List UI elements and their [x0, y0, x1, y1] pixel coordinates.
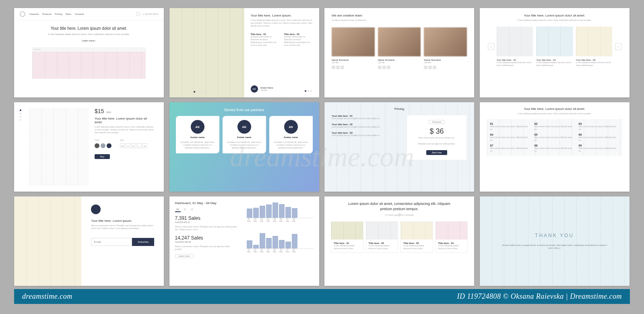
nav-item[interactable]: Contacts [74, 13, 84, 15]
page-title: Your title here. Lorem ipsum dolor sit a… [30, 26, 148, 31]
thankyou-title: THANK YOU [535, 233, 574, 238]
slide-1-landing: Features Products Pricing Team Contacts … [14, 8, 164, 97]
testimonials-title: Stories from our partners [176, 108, 313, 112]
carousel-dot[interactable] [305, 90, 306, 92]
bar [279, 204, 285, 218]
color-swatch[interactable] [101, 143, 105, 148]
thankyou-quote: «Donec facilisis tortor ut augue lacinia… [500, 244, 609, 250]
avatar-name: Avatar name [227, 136, 262, 138]
social-icon[interactable] [382, 66, 386, 69]
avatar-icon: AN [284, 120, 298, 134]
social-icon[interactable] [378, 66, 382, 69]
thumb-dot[interactable] [20, 113, 21, 114]
bar [285, 207, 291, 218]
thumb-dot[interactable] [20, 109, 21, 111]
buy-button[interactable]: Buy [95, 154, 110, 159]
size-option[interactable]: XL [142, 143, 147, 148]
price-note: Nam rutrum tortor nec purus ultrices est… [412, 136, 462, 139]
feature-illustration [169, 8, 244, 97]
gallery-item: Your title here - 03In hac habitasse pla… [576, 27, 613, 67]
email-field[interactable] [91, 238, 132, 246]
page-lead: In hac habitasse platea dictumst rutrum.… [30, 33, 148, 36]
slide-2-feature: Your title here. Lorem ipsum. In hac hab… [169, 8, 319, 97]
gallery-item: Your title here - 01In hac habitasse pla… [497, 27, 533, 67]
size-option[interactable]: M [131, 143, 136, 148]
carousel-dot[interactable] [308, 90, 309, 92]
testimonial-card: AN Avatar name «Curabitur non blandit el… [176, 116, 219, 153]
axis-label: 01 May [246, 218, 252, 222]
axis-label: 06 May [278, 249, 284, 253]
prev-button[interactable]: ‹ [488, 43, 494, 50]
social-icon[interactable] [424, 66, 427, 69]
subscribe-button[interactable]: Subscribe [132, 238, 154, 246]
team-member: Name Surname Job title [424, 27, 467, 70]
axis-label: 08 May [291, 218, 297, 222]
color-swatch[interactable] [107, 143, 111, 148]
feature-item: 01Nam rutrum tortor nec purus. Blandit a… [490, 122, 530, 131]
slide-6-testimonials: Stories from our partners AN Avatar name… [169, 102, 319, 192]
thumb-dot[interactable] [20, 116, 21, 118]
start-free-button[interactable]: Start free [426, 150, 448, 155]
gallery-lead: In hac habitasse platea dictumst rutrum.… [488, 19, 621, 22]
learn-more-button[interactable]: Learn more [175, 254, 194, 258]
social-icon[interactable] [428, 66, 432, 69]
axis-label: 07 May [285, 218, 290, 222]
nav-item[interactable]: Pricing [55, 13, 62, 15]
next-button[interactable]: › [615, 43, 621, 50]
tab[interactable]: 03 [189, 207, 195, 212]
sales-1-body: Mauris a accumsan mauris. Phasellus sed … [175, 225, 237, 231]
member-job: Job title [378, 61, 421, 64]
axis-label: 04 May [265, 249, 271, 253]
tab[interactable]: 02 [182, 207, 188, 212]
blog-card[interactable]: Title here - 03In hac habitasse platea d… [400, 221, 433, 253]
price-note-2: Phasellus sed nisi eget est mollis portt… [412, 143, 462, 145]
member-job: Job title [424, 61, 467, 64]
blog-card[interactable]: Title here - 04In hac habitasse platea d… [436, 221, 468, 253]
color-label: Color [95, 139, 113, 142]
avatar-icon: AN [191, 120, 204, 134]
social-icon[interactable] [336, 66, 340, 69]
bar [260, 233, 265, 248]
col2-body: Quisque ullamcorper ex bibendum tincidun… [284, 35, 313, 47]
plan-badge: Personal [429, 120, 445, 124]
size-option[interactable]: XS [120, 143, 125, 148]
learn-more-button[interactable]: Learn more › [30, 39, 148, 42]
slide-5-product: $15 $65 Your title here. Lorem ipsum dol… [14, 102, 164, 192]
member-job: Job title [332, 61, 375, 64]
social-icon[interactable] [387, 66, 390, 69]
feature-item: 02Nam rutrum tortor nec purus. Blandit a… [535, 122, 575, 131]
tab[interactable]: 01 [175, 207, 181, 212]
nav-item[interactable]: Features [29, 13, 39, 15]
testimonial-card: AN Avatar name «Curabitur non blandit el… [269, 116, 313, 153]
team-photo [378, 27, 421, 56]
grid-title: Your title here. Lorem ipsum dolor sit a… [487, 107, 622, 111]
social-icon[interactable] [332, 66, 335, 69]
slide-11-blog: Lorem ipsum dolor sit amet, consectetur … [324, 196, 474, 286]
avatar-name: Avatar name [273, 136, 309, 138]
product-price: $15 [95, 108, 104, 114]
bar [260, 206, 265, 218]
thumb-dot[interactable] [20, 119, 21, 121]
axis-label: 07 May [285, 249, 290, 253]
nav-item[interactable]: Products [42, 13, 52, 15]
blog-card[interactable]: Title here - 01In hac habitasse platea d… [331, 221, 363, 253]
axis-label: 08 May [291, 249, 297, 253]
carousel-dot[interactable] [310, 90, 312, 92]
avatar-icon: AN [237, 120, 251, 134]
axis-label: 02 May [252, 218, 258, 222]
color-swatch[interactable] [95, 143, 99, 148]
blog-card[interactable]: Title here - 02In hac habitasse platea d… [366, 221, 398, 253]
size-option[interactable]: L [137, 143, 142, 148]
bar [279, 240, 285, 248]
size-option[interactable]: S [126, 143, 130, 148]
social-icon[interactable] [341, 66, 344, 69]
bar [253, 245, 259, 248]
nav-item[interactable]: Team [66, 13, 72, 15]
product-title: Your title here. Lorem ipsum dolor sit a… [95, 117, 156, 124]
old-price: $65 [106, 111, 111, 114]
footer-right: ID 119724808 © Oksana Raievska | Dreamst… [457, 292, 622, 301]
social-icon[interactable] [433, 66, 436, 69]
axis-label: 02 May [252, 249, 258, 253]
col1-body: Quisque ullamcorper ex bibendum tincidun… [251, 35, 279, 47]
team-lead: Curabitur lobortis id lorem id bibendum. [332, 19, 467, 22]
